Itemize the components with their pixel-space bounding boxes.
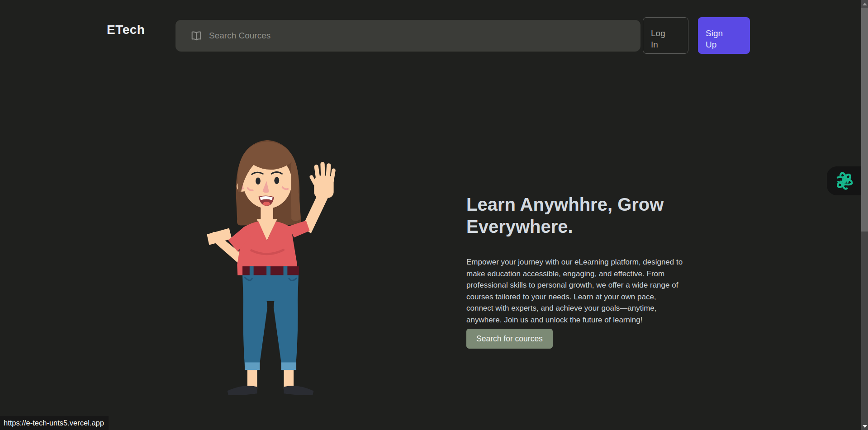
search-input[interactable] xyxy=(209,31,630,41)
scrollbar[interactable] xyxy=(861,0,868,430)
open-book-icon xyxy=(190,29,203,42)
hero-description: Empower your journey with our eLearning … xyxy=(466,256,724,326)
search-bar[interactable] xyxy=(175,20,640,52)
up-arrow-icon xyxy=(863,3,867,5)
scroll-thumb[interactable] xyxy=(861,8,868,232)
browser-statusbar-url: https://e-tech-unts5.vercel.app xyxy=(0,416,109,430)
signup-button[interactable]: Sign Up xyxy=(698,17,750,54)
login-button[interactable]: Log In xyxy=(643,17,688,54)
waving-woman-illustration xyxy=(199,135,343,402)
scroll-down-button[interactable] xyxy=(861,422,868,430)
scroll-up-button[interactable] xyxy=(861,0,868,8)
chat-widget-button[interactable] xyxy=(827,166,861,195)
hero-title: Learn Anywhhre, Grow Everywhere. xyxy=(466,194,720,238)
search-courses-button[interactable]: Search for cources xyxy=(466,329,553,349)
brand-logo: ETech xyxy=(107,23,145,37)
down-arrow-icon xyxy=(863,425,867,428)
atom-icon xyxy=(834,170,854,191)
page: { "header": { "logo": "ETech", "search":… xyxy=(0,0,868,430)
